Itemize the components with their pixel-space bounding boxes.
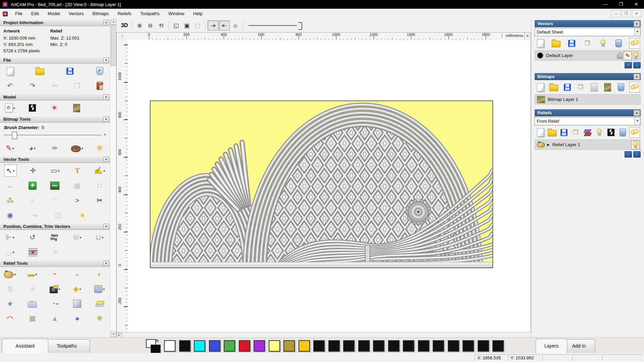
relief-layers-tool-icon[interactable] <box>94 298 106 309</box>
measure-tool-icon[interactable]: ↔ <box>4 180 16 191</box>
emboss-relief-icon[interactable]: ▸ <box>49 283 61 295</box>
basket-weave-icon[interactable]: ▦ <box>26 313 39 324</box>
layer-colour-swatch[interactable] <box>537 52 543 59</box>
preview-eye-button[interactable]: ◉ <box>230 21 240 30</box>
chevron-down-icon[interactable]: ▼ <box>634 28 640 36</box>
bulb-icon[interactable] <box>631 140 639 149</box>
weave-wizard-icon[interactable]: ✳ <box>26 283 39 295</box>
vector-texture-icon[interactable] <box>27 246 39 258</box>
bulb-icon[interactable] <box>632 52 639 60</box>
palette-swatch[interactable] <box>463 340 474 352</box>
palette-swatch[interactable] <box>283 340 295 352</box>
create-shape-star-icon[interactable]: ★ <box>4 298 16 309</box>
delete-relief-layer-icon[interactable] <box>618 127 628 137</box>
brush-diameter-slider[interactable]: ✦ <box>4 131 106 139</box>
flood-fill-icon[interactable]: ◕▸ <box>26 142 39 154</box>
colour-palette-icon[interactable]: ▸ <box>71 142 84 154</box>
tab-toolpaths[interactable]: Toolpaths <box>44 339 90 353</box>
menu-bitmaps[interactable]: Bitmaps <box>88 9 113 19</box>
undo-icon[interactable]: ↶ <box>4 80 16 92</box>
colour-picker-icon[interactable]: ✑ <box>49 142 61 154</box>
restore-button[interactable]: ❐ <box>613 0 629 9</box>
weld-vectors-icon[interactable]: ⊔▸ <box>94 232 106 243</box>
relief-editing-icon[interactable]: ▸ <box>4 268 16 280</box>
view-3d-button[interactable]: 3D <box>119 21 129 30</box>
zoom-previous-button[interactable]: ⟲ <box>156 21 166 30</box>
save-model-icon[interactable] <box>64 65 76 77</box>
palette-swatch[interactable] <box>313 340 325 352</box>
text-on-curve-icon[interactable]: ↺ <box>26 232 39 243</box>
fit-curve-icon[interactable]: ↝ <box>28 209 40 221</box>
bitmap-to-vector-icon[interactable]: ✾ <box>94 142 106 154</box>
node-editing-icon[interactable]: ⁂ <box>4 195 16 206</box>
save-vector-layer-icon[interactable] <box>567 38 577 48</box>
create-star-icon[interactable]: ★ <box>76 209 89 221</box>
new-vector-layer-icon[interactable] <box>535 38 545 48</box>
palette-swatch[interactable] <box>179 340 191 352</box>
create-arc-icon[interactable]: ◠ <box>49 195 61 206</box>
zoom-fit-button[interactable]: ▣ <box>182 21 192 30</box>
paste-vectors-icon[interactable] <box>26 180 39 191</box>
model-lighting-icon[interactable]: ☀ <box>48 102 60 114</box>
bend-relief-icon[interactable]: ◔▸ <box>49 298 61 309</box>
palette-swatch[interactable] <box>358 340 370 352</box>
palette-swatch[interactable] <box>164 340 175 352</box>
zoom-box-button[interactable]: ◱ <box>171 21 181 30</box>
collapse-button[interactable]: ▲ <box>634 21 640 27</box>
paste-icon[interactable] <box>94 80 106 92</box>
block-paste-icon[interactable]: ∷ <box>94 180 106 191</box>
select-vectors-icon[interactable]: ↖▸ <box>4 165 17 177</box>
palette-swatch[interactable] <box>403 340 414 352</box>
create-rectangle-icon[interactable]: ▭▸ <box>49 165 61 176</box>
collapse-button[interactable]: ▲ <box>634 74 640 80</box>
collapse-button[interactable]: ▲ <box>634 110 640 116</box>
snap-toggle-left-button[interactable]: ⇥ <box>208 20 218 31</box>
scroll-down-button[interactable]: ▼ <box>111 331 116 337</box>
palette-swatch[interactable] <box>194 340 205 352</box>
add-relief-icon[interactable]: ◓ <box>49 268 61 280</box>
save-bitmap-layer-icon[interactable] <box>562 82 572 92</box>
zoom-in-button[interactable]: ⊕ <box>135 21 145 30</box>
toggle-layer-visibility-icon[interactable] <box>598 38 608 48</box>
merge-relief-icon[interactable]: ◐ <box>94 268 106 280</box>
primary-secondary-colours[interactable]: ⧉ <box>146 339 161 353</box>
new-model-icon[interactable] <box>4 65 16 77</box>
bitmap-preview-icon[interactable] <box>602 82 612 92</box>
new-bitmap-layer-icon[interactable] <box>535 82 545 92</box>
save-relief-layer-icon[interactable] <box>559 127 569 137</box>
palette-swatch[interactable] <box>328 340 340 352</box>
menu-vectors[interactable]: Vectors <box>64 9 88 19</box>
slider-handle[interactable] <box>12 132 17 139</box>
zoom-slider-track[interactable] <box>249 25 297 26</box>
palette-swatch[interactable] <box>433 340 444 352</box>
wrap-relief-icon[interactable] <box>26 298 39 309</box>
palette-swatch[interactable] <box>373 340 384 352</box>
zoom-out-button[interactable]: ⊖ <box>145 21 155 30</box>
horizontal-scrollbar[interactable]: ► <box>116 332 531 338</box>
palette-swatch[interactable] <box>224 340 235 352</box>
relief-stack-icon[interactable] <box>582 127 592 137</box>
bitmap-layer-row[interactable]: Bitmap Layer 1 <box>535 94 641 105</box>
zero-plane-icon[interactable]: ▬▸ <box>26 268 39 280</box>
ruler-unit-dropdown[interactable]: ▼ <box>524 33 531 40</box>
scroll-up-button[interactable]: ▲ <box>111 19 116 25</box>
menu-model[interactable]: Model <box>43 9 64 19</box>
create-vector-text-icon[interactable] <box>49 180 61 191</box>
relief-select[interactable]: Front Relief ▼ <box>535 117 641 125</box>
texture-relief-icon[interactable] <box>71 298 83 309</box>
sphere-tool-icon[interactable]: ● <box>71 313 83 324</box>
palette-swatch[interactable] <box>254 340 265 352</box>
trim-vectors-icon[interactable]: ✂ <box>94 195 106 206</box>
palette-swatch[interactable] <box>478 340 489 352</box>
palette-swatch[interactable] <box>269 340 280 352</box>
move-layer-down-button[interactable]: ↓ <box>633 62 641 68</box>
menu-window[interactable]: Window <box>164 9 189 19</box>
group-vectors-icon[interactable]: ⊞▸ <box>71 232 83 243</box>
envelope-distort-icon[interactable]: ▦ <box>71 180 83 191</box>
close-button[interactable]: ✕ <box>629 0 644 9</box>
palette-swatch[interactable] <box>299 340 310 352</box>
link-colours-icon[interactable]: ⧉ <box>156 339 159 343</box>
scroll-thumb[interactable] <box>111 25 116 66</box>
smooth-relief-icon[interactable]: S <box>4 283 16 295</box>
menu-reliefs[interactable]: Reliefs <box>113 9 136 19</box>
